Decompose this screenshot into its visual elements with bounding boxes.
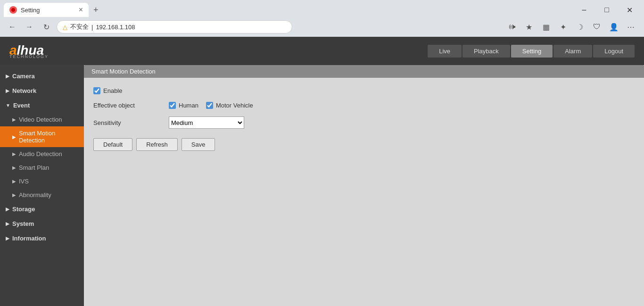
maximize-button[interactable]: □ xyxy=(596,3,618,17)
effective-object-row: Effective object Human Motor Vehicle xyxy=(93,102,635,109)
new-tab-button[interactable]: + xyxy=(91,5,101,15)
motor-vehicle-checkbox[interactable] xyxy=(206,102,213,109)
abnormality-arrow-icon xyxy=(12,192,16,198)
favorites-icon[interactable]: ✦ xyxy=(555,19,570,34)
app-body: Camera Network Event Video Detection Sma… xyxy=(0,65,644,306)
sidebar-ivs-label: IVS xyxy=(19,178,29,185)
tab-close-button[interactable]: × xyxy=(79,6,83,14)
human-label[interactable]: Human xyxy=(179,102,198,109)
save-button[interactable]: Save xyxy=(182,138,215,151)
browser-essentials-icon[interactable]: 🛡 xyxy=(589,19,604,34)
minimize-button[interactable]: – xyxy=(573,3,595,17)
sidebar-item-ivs[interactable]: IVS xyxy=(0,174,84,188)
motor-vehicle-checkbox-group: Motor Vehicle xyxy=(206,102,253,109)
network-arrow-icon xyxy=(6,88,9,93)
sidebar-abnormality-label: Abnormality xyxy=(19,191,51,198)
sidebar-information-label: Information xyxy=(12,235,46,242)
sidebar-item-smart-motion-detection[interactable]: Smart Motion Detection xyxy=(0,126,84,147)
sidebar-item-abnormality[interactable]: Abnormality xyxy=(0,188,84,202)
address-separator: | xyxy=(91,24,93,31)
content-area: Enable Effective object Human Motor Vehi… xyxy=(84,78,644,306)
ivs-arrow-icon xyxy=(12,179,16,184)
sidebar-item-audio-detection[interactable]: Audio Detection xyxy=(0,147,84,161)
effective-object-controls: Human Motor Vehicle xyxy=(169,102,253,109)
sidebar-smart-motion-label: Smart Motion Detection xyxy=(19,130,78,144)
sidebar-event-label: Event xyxy=(13,102,30,109)
sidebar-item-information[interactable]: Information xyxy=(0,231,84,246)
enable-checkbox[interactable] xyxy=(93,87,100,94)
close-button[interactable]: ✕ xyxy=(619,3,640,17)
security-warning-icon: △ xyxy=(63,24,67,31)
enable-label[interactable]: Enable xyxy=(103,87,122,94)
main-content: Smart Motion Detection Enable Effective … xyxy=(84,65,644,306)
sidebar-network-label: Network xyxy=(12,87,36,94)
sidebar-audio-detection-label: Audio Detection xyxy=(19,150,62,157)
sensitivity-row: Sensitivity Low Medium High xyxy=(93,116,635,129)
video-detection-arrow-icon xyxy=(12,117,16,122)
page-tab: Smart Motion Detection xyxy=(84,65,644,78)
smart-plan-arrow-icon xyxy=(12,165,16,170)
default-button[interactable]: Default xyxy=(93,138,132,151)
address-bar[interactable]: △ 不安全 | 192.168.1.108 xyxy=(57,20,292,33)
profile-icon[interactable]: 👤 xyxy=(606,19,621,34)
back-button[interactable]: ← xyxy=(6,20,19,33)
refresh-button[interactable]: ↻ xyxy=(40,20,53,33)
address-text: 192.168.1.108 xyxy=(96,24,135,31)
sensitivity-select[interactable]: Low Medium High xyxy=(169,116,244,129)
storage-arrow-icon xyxy=(6,207,9,212)
setting-button[interactable]: Setting xyxy=(511,45,553,58)
app-logo: alhua TECHNOLOGY xyxy=(9,43,49,59)
forward-button[interactable]: → xyxy=(23,20,36,33)
sidebar-item-network[interactable]: Network xyxy=(0,83,84,98)
sidebar-system-label: System xyxy=(12,220,34,227)
enable-row: Enable xyxy=(93,87,635,94)
human-checkbox[interactable] xyxy=(169,102,176,109)
collections-icon[interactable]: ☽ xyxy=(572,19,587,34)
more-options-icon[interactable]: ⋯ xyxy=(623,19,638,34)
sidebar-item-storage[interactable]: Storage xyxy=(0,202,84,216)
live-button[interactable]: Live xyxy=(428,45,462,58)
tab-title: Setting xyxy=(21,7,40,14)
sidebar-storage-label: Storage xyxy=(12,206,35,213)
logo-subtitle: TECHNOLOGY xyxy=(9,54,49,59)
browser-tab[interactable]: Setting × xyxy=(4,3,89,17)
motor-vehicle-label[interactable]: Motor Vehicle xyxy=(216,102,253,109)
split-screen-icon[interactable]: ▦ xyxy=(538,19,553,34)
header-nav: Live Playback Setting Alarm Logout xyxy=(428,45,635,58)
sidebar-camera-label: Camera xyxy=(12,73,35,80)
logout-button[interactable]: Logout xyxy=(593,45,635,58)
sidebar-item-video-detection[interactable]: Video Detection xyxy=(0,113,84,126)
sidebar-item-system[interactable]: System xyxy=(0,216,84,231)
effective-object-label: Effective object xyxy=(93,102,169,109)
tab-favicon xyxy=(9,6,17,14)
sidebar-smart-plan-label: Smart Plan xyxy=(19,164,49,171)
audio-detection-arrow-icon xyxy=(12,151,16,157)
smart-motion-arrow-icon xyxy=(12,134,16,140)
read-aloud-icon[interactable]: 🕪 xyxy=(504,19,520,34)
app-header: alhua TECHNOLOGY Live Playback Setting A… xyxy=(0,37,644,65)
playback-button[interactable]: Playback xyxy=(462,45,510,58)
alarm-button[interactable]: Alarm xyxy=(553,45,592,58)
sidebar-video-detection-label: Video Detection xyxy=(19,116,62,123)
bookmark-icon[interactable]: ★ xyxy=(521,19,537,34)
sidebar-item-event[interactable]: Event xyxy=(0,98,84,113)
camera-arrow-icon xyxy=(6,74,9,79)
sidebar-item-smart-plan[interactable]: Smart Plan xyxy=(0,161,84,174)
sensitivity-label: Sensitivity xyxy=(93,119,169,126)
human-checkbox-group: Human xyxy=(169,102,198,109)
event-arrow-icon xyxy=(6,103,10,108)
sidebar-item-camera[interactable]: Camera xyxy=(0,69,84,83)
refresh-button[interactable]: Refresh xyxy=(136,138,178,151)
security-warning-text: 不安全 xyxy=(70,23,89,31)
information-arrow-icon xyxy=(6,236,9,241)
button-row: Default Refresh Save xyxy=(93,138,635,151)
system-arrow-icon xyxy=(6,221,9,226)
sidebar: Camera Network Event Video Detection Sma… xyxy=(0,65,84,306)
